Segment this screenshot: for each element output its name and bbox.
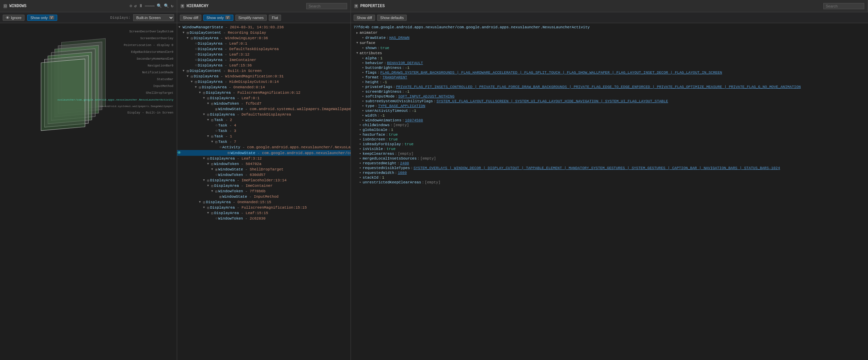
layer-label-12: Display - Built-in Screen — [57, 111, 173, 115]
prop-is-visible: • isVisible : true — [359, 147, 865, 151]
properties-title: PROPERTIES — [360, 4, 385, 9]
tree-node-29[interactable]: ▼ ⊟ DisplayArea - ImeContainer — [177, 183, 351, 189]
tree-node-31[interactable]: ▶ ⊞ WindowState - InputMethod — [177, 194, 351, 199]
root-label: WindowManagerState - 2024-03-31, 14:31:0… — [183, 25, 284, 29]
show-only-badge: V — [49, 16, 54, 19]
properties-search-input[interactable] — [823, 3, 864, 9]
tree-node-20[interactable]: ▼ ⊟ Task - 1 — [177, 134, 351, 139]
prop-is-on-screen: • isOnScreen : true — [359, 137, 865, 142]
tree-node-21[interactable]: ▼ ⊟ Task - 7 — [177, 139, 351, 145]
eye-selected-icon: 👁 — [177, 150, 181, 155]
hierarchy-tree[interactable]: ▼ WindowManagerState - 2024-03-31, 14:31… — [177, 23, 351, 360]
root-toggle[interactable]: ▼ — [179, 26, 183, 29]
animator-toggle: ▶ — [356, 31, 358, 35]
properties-icon: ≡ — [354, 4, 358, 8]
show-only-hierarchy-button[interactable]: Show only V — [203, 15, 233, 21]
windows-header-section: □ WINDOWS ⚙ ↺ ⏸ ———— 🔍 🔍 ↻ — [0, 0, 177, 12]
tree-node-4[interactable]: ▶ ○ DisplayArea - DefaultTaskDisplayArea — [177, 46, 351, 52]
tree-node-25[interactable]: ▼ ⊟ WindowToken - 504702a — [177, 161, 351, 167]
tree-node-35[interactable]: ▶ ○ WindowToken - 2c62830 — [177, 216, 351, 221]
tree-node-32[interactable]: ▼ ⊟ DisplayArea - OneHanded:15:15 — [177, 199, 351, 205]
tree-node-10[interactable]: ▼ ⊟ DisplayArea - HideDisplayCutout:0:14 — [177, 79, 351, 85]
prop-window-animations: • windowAnimations : 16974588 — [362, 118, 865, 123]
tree-node-13[interactable]: ▼ ⊟ DisplayArea - Leaf:0:1 — [177, 95, 351, 101]
simplify-names-button[interactable]: Simplify names — [235, 15, 267, 21]
show-only-button[interactable]: Show only V — [27, 15, 57, 21]
animator-header[interactable]: ▶ animator — [356, 30, 865, 35]
ignore-button[interactable]: 👁 Ignore — [3, 15, 25, 21]
tree-node-24[interactable]: ▼ ⊟ DisplayArea - Leaf:3:12 — [177, 156, 351, 161]
tree-node-2[interactable]: ▼ ⊟ DisplayArea - WindowingLayer:0:36 — [177, 35, 351, 41]
prop-is-ready: • isReadyForDisplay : true — [359, 142, 865, 147]
prop-shown: • shown : true — [362, 46, 865, 50]
properties-toolbar: Show diff Show defaults — [351, 12, 868, 23]
separator-line: ———— — [145, 4, 155, 9]
layer-label-0: ScreenDecorOverlayBottom — [57, 30, 173, 33]
prop-merged-insets: • mergedLocalInsetsSources : [empty] — [359, 156, 865, 161]
prop-draw-state: • drawState : HAS_DRAWN — [362, 35, 865, 40]
layer-label-10: xuslauncher/com.google.android.apps.nexu… — [57, 98, 173, 101]
prop-has-surface: • hasSurface : true — [359, 132, 865, 137]
tree-node-5[interactable]: ▶ ○ DisplayArea - Leaf:3:12 — [177, 52, 351, 57]
tree-node-15[interactable]: ▶ ⊞ WindowState - com.android.systemui.w… — [177, 106, 351, 112]
tree-node-17[interactable]: ▼ ⊟ Task - 2 — [177, 117, 351, 123]
main-content: 👁 Ignore Show only V Displays: Built-in … — [0, 12, 868, 360]
hierarchy-search-input[interactable] — [306, 3, 347, 9]
tree-node-11[interactable]: ▼ ⊟ DisplayArea - OneHanded:0:14 — [177, 85, 351, 90]
tree-node-18[interactable]: ▶ ○ Task - 4 — [177, 123, 351, 128]
prop-format: • format : TRANSPARENT — [362, 75, 865, 80]
displays-select[interactable]: Built-in Screen Recording Display — [133, 14, 174, 21]
tree-node-26[interactable]: ▼ ⊞ WindowState - ShellDropTarget — [177, 167, 351, 172]
attributes-header[interactable]: ▼ attributes — [356, 50, 865, 56]
tree-node-7[interactable]: ▶ ○ DisplayArea - Leaf:15:36 — [177, 63, 351, 68]
layer-label-4: SecondaryHomeHandle0 — [57, 57, 173, 61]
tree-node-23[interactable]: 👁 ▶ ⊞ WindowState - com.google.android.a… — [177, 150, 351, 156]
prop-screen-brightness: • screenBrightness : -1 — [362, 89, 865, 94]
tree-node-27[interactable]: ▶ ○ WindowToken - 630dd57 — [177, 172, 351, 178]
tree-node-33[interactable]: ▼ ⊟ DisplayArea - FullscreenMagnificatio… — [177, 205, 351, 210]
windows-toolbar: 👁 Ignore Show only V Displays: Built-in … — [0, 12, 177, 23]
layer-label-9: ShellDropTarget — [57, 91, 173, 95]
tree-node-8[interactable]: ▼ ⊞ DisplayContent - Built-in Screen — [177, 68, 351, 74]
windows-icon: □ — [3, 4, 7, 8]
tree-node-22[interactable]: ▶ ○ Activity - com.google.android.apps.n… — [177, 145, 351, 150]
surface-header[interactable]: ▼ surface — [356, 40, 865, 46]
zoom-in-icon[interactable]: 🔍 — [157, 3, 162, 9]
prop-stack-id: • stackId : 1 — [359, 175, 865, 180]
windows-panel: 👁 Ignore Show only V Displays: Built-in … — [0, 12, 177, 360]
prop-global-scale: • globalScale : 1 — [359, 127, 865, 132]
hierarchy-toolbar: Show diff Show only V Simplify names Fla… — [177, 12, 351, 23]
settings-icon[interactable]: ⚙ — [129, 3, 132, 9]
layer-label-5: NavigationBar0 — [57, 64, 173, 68]
tree-node-12[interactable]: ▼ ⊟ DisplayArea - FullscreenMagnificatio… — [177, 90, 351, 95]
tree-node-30[interactable]: ▼ ⊟ WindowToken - 7f78b6b — [177, 189, 351, 194]
flat-button[interactable]: Flat — [269, 15, 281, 21]
prop-child-windows: • childWindows : [empty] — [359, 123, 865, 127]
show-defaults-button[interactable]: Show defaults — [377, 15, 407, 21]
hierarchy-icon: ≡ — [181, 4, 184, 8]
tree-node-6[interactable]: ▶ ○ DisplayArea - ImeContainer — [177, 57, 351, 63]
tree-node-16[interactable]: ▼ ⊟ DisplayArea - DefaultTaskDisplayArea — [177, 112, 351, 117]
tree-node-3[interactable]: ▶ ○ DisplayArea - Leaf:0:1 — [177, 41, 351, 46]
layer-label-1: ScreenDecorOverlay — [57, 37, 173, 40]
tree-node-1[interactable]: ▼ ⊞ DisplayContent - Recording Display — [177, 30, 351, 35]
zoom-out-icon[interactable]: 🔍 — [164, 3, 169, 9]
properties-panel: Show diff Show defaults 77fdc4b com.goog… — [351, 12, 868, 360]
show-diff-button[interactable]: Show diff — [180, 15, 201, 21]
prop-behavior: • behavior : BEHAVIOR_DEFAULT — [362, 61, 865, 65]
prop-group-attributes: ▼ attributes • alpha : 1 • behavior : BE… — [356, 50, 865, 123]
tree-node-14[interactable]: ▼ ⊟ WindowToken - fcfbcd7 — [177, 101, 351, 106]
prop-unrestricted-keep-clear: • unrestrictedKeepClearAreas : [empty] — [359, 180, 865, 185]
tree-node-34[interactable]: ▼ ⊟ DisplayArea - Leaf:15:15 — [177, 210, 351, 216]
tree-node-9[interactable]: ▼ ⊟ DisplayArea - WindowedMagnification:… — [177, 74, 351, 79]
show-diff-props-button[interactable]: Show diff — [354, 15, 375, 21]
history-icon[interactable]: ↺ — [134, 3, 137, 9]
refresh-icon[interactable]: ↻ — [171, 3, 173, 9]
prop-group-animator: ▶ animator • drawState : HAS_DRAWN — [356, 30, 865, 40]
hierarchy-title: HIERARCHY — [186, 4, 208, 9]
tree-node-28[interactable]: ▼ ⊟ DisplayArea - ImePlaceholder:13:14 — [177, 178, 351, 183]
tree-root[interactable]: ▼ WindowManagerState - 2024-03-31, 14:31… — [177, 25, 351, 30]
timeline-icon[interactable]: ⏸ — [139, 3, 143, 9]
properties-content[interactable]: 77fdc4b com.google.android.apps.nexuslau… — [351, 23, 868, 360]
tree-node-19[interactable]: ▶ ○ Task - 3 — [177, 128, 351, 134]
